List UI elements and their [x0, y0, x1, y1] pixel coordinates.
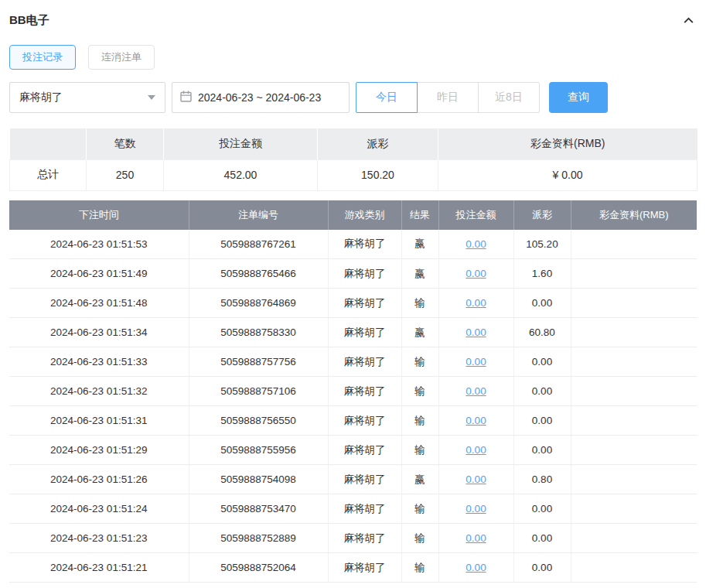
tab-betting-records[interactable]: 投注记录: [9, 45, 76, 70]
cell-result: 输: [401, 289, 438, 318]
summary-header-bet-amount: 投注金额: [164, 128, 318, 159]
panel-header: BB电子: [9, 9, 697, 31]
cell-bonus: [571, 377, 697, 406]
cell-result: 输: [401, 436, 438, 465]
cell-bet-time: 2024-06-23 01:51:26: [9, 465, 189, 494]
bet-amount-link[interactable]: 0.00: [466, 562, 486, 573]
bet-amount-link[interactable]: 0.00: [466, 238, 486, 250]
cell-bonus: [571, 289, 697, 318]
cell-bet-amount: 0.00: [438, 553, 513, 583]
cell-game-type: 麻将胡了: [328, 230, 401, 259]
cell-result: 输: [401, 553, 438, 583]
bet-amount-link[interactable]: 0.00: [466, 532, 486, 544]
table-row: 2024-06-23 01:51:32 5059888757106 麻将胡了 输…: [9, 377, 697, 406]
game-select[interactable]: 麻将胡了: [9, 82, 165, 113]
cell-bet-amount: 0.00: [438, 289, 513, 318]
cell-bet-time: 2024-06-23 01:51:32: [9, 377, 189, 406]
bet-amount-link[interactable]: 0.00: [466, 503, 486, 514]
cell-bet-time: 2024-06-23 01:51:34: [9, 318, 189, 347]
cell-bet-amount: 0.00: [438, 436, 513, 465]
cell-game-type: 麻将胡了: [328, 347, 401, 377]
cell-bet-time: 2024-06-23 01:51:29: [9, 436, 189, 465]
table-row: 2024-06-23 01:51:49 5059888765466 麻将胡了 赢…: [9, 259, 697, 289]
cell-game-type: 麻将胡了: [328, 259, 401, 289]
cell-payout: 0.00: [513, 347, 571, 377]
summary-total-row: 总计 250 452.00 150.20 ¥ 0.00: [10, 159, 697, 190]
filter-bar: 麻将胡了 2024-06-23 ~ 2024-06-23 今日 昨日 近8日 查…: [9, 82, 697, 113]
bet-amount-link[interactable]: 0.00: [466, 473, 486, 485]
cell-game-type: 麻将胡了: [328, 494, 401, 524]
bet-amount-link[interactable]: 0.00: [466, 444, 486, 456]
cell-order-id: 5059888754098: [189, 465, 328, 494]
header-order-id: 注单编号: [189, 200, 328, 230]
cell-bet-amount: 0.00: [438, 524, 513, 553]
cell-game-type: 麻将胡了: [328, 289, 401, 318]
quick-btn-last-8-days[interactable]: 近8日: [478, 82, 540, 113]
cell-bet-amount: 0.00: [438, 259, 513, 289]
summary-header-bonus: 彩金资料(RMB): [438, 128, 697, 159]
date-range-input[interactable]: 2024-06-23 ~ 2024-06-23: [172, 82, 350, 113]
cell-payout: 0.00: [513, 377, 571, 406]
table-row: 2024-06-23 01:51:34 5059888758330 麻将胡了 赢…: [9, 318, 697, 347]
cell-bet-amount: 0.00: [438, 465, 513, 494]
page-title: BB电子: [9, 13, 49, 28]
cell-bet-amount: 0.00: [438, 347, 513, 377]
cell-order-id: 5059888755956: [189, 436, 328, 465]
cell-bonus: [571, 318, 697, 347]
table-row: 2024-06-23 01:51:24 5059888753470 麻将胡了 输…: [9, 494, 697, 524]
cell-bet-amount: 0.00: [438, 406, 513, 436]
cell-payout: 0.00: [513, 494, 571, 524]
cell-result: 输: [401, 494, 438, 524]
table-row: 2024-06-23 01:51:53 5059888767261 麻将胡了 赢…: [9, 230, 697, 259]
collapse-panel-button[interactable]: [680, 12, 697, 29]
cell-order-id: 5059888758330: [189, 318, 328, 347]
table-row: 2024-06-23 01:51:26 5059888754098 麻将胡了 赢…: [9, 465, 697, 494]
header-result: 结果: [401, 200, 438, 230]
betting-records-panel: BB电子 投注记录 连消注单 麻将胡了 2024-06-23 ~ 2024-06…: [0, 0, 706, 583]
cell-bet-amount: 0.00: [438, 377, 513, 406]
records-header-row: 下注时间 注单编号 游戏类别 结果 投注金额 派彩 彩金资料(RMB): [9, 200, 697, 230]
header-bet-time: 下注时间: [9, 200, 189, 230]
cell-game-type: 麻将胡了: [328, 465, 401, 494]
table-row: 2024-06-23 01:51:23 5059888752889 麻将胡了 输…: [9, 524, 697, 553]
header-game-type: 游戏类别: [328, 200, 401, 230]
summary-header-row: 笔数 投注金额 派彩 彩金资料(RMB): [10, 128, 697, 159]
cell-order-id: 5059888756550: [189, 406, 328, 436]
cell-bet-time: 2024-06-23 01:51:24: [9, 494, 189, 524]
cell-result: 赢: [401, 230, 438, 259]
cell-order-id: 5059888752064: [189, 553, 328, 583]
header-bet-amount: 投注金额: [438, 200, 513, 230]
cell-payout: 0.00: [513, 524, 571, 553]
cell-order-id: 5059888767261: [189, 230, 328, 259]
tab-cancelled-orders[interactable]: 连消注单: [88, 45, 155, 70]
bet-amount-link[interactable]: 0.00: [466, 385, 486, 397]
cell-bonus: [571, 347, 697, 377]
cell-game-type: 麻将胡了: [328, 377, 401, 406]
bet-amount-link[interactable]: 0.00: [466, 268, 486, 279]
cell-order-id: 5059888753470: [189, 494, 328, 524]
calendar-icon: [180, 91, 192, 104]
cell-order-id: 5059888765466: [189, 259, 328, 289]
quick-btn-today[interactable]: 今日: [356, 82, 418, 113]
cell-bonus: [571, 436, 697, 465]
bet-amount-link[interactable]: 0.00: [466, 356, 486, 368]
quick-btn-yesterday[interactable]: 昨日: [417, 82, 479, 113]
cell-payout: 0.00: [513, 406, 571, 436]
cell-bet-time: 2024-06-23 01:51:23: [9, 524, 189, 553]
bet-amount-link[interactable]: 0.00: [466, 297, 486, 309]
cell-payout: 0.00: [513, 436, 571, 465]
cell-order-id: 5059888752889: [189, 524, 328, 553]
cell-bonus: [571, 553, 697, 583]
cell-bonus: [571, 465, 697, 494]
cell-game-type: 麻将胡了: [328, 524, 401, 553]
cell-payout: 0.00: [513, 553, 571, 583]
bet-amount-link[interactable]: 0.00: [466, 326, 486, 338]
cell-bonus: [571, 524, 697, 553]
cell-result: 赢: [401, 465, 438, 494]
date-range-value: 2024-06-23 ~ 2024-06-23: [198, 91, 321, 104]
bet-amount-link[interactable]: 0.00: [466, 415, 486, 426]
search-button[interactable]: 查询: [549, 82, 608, 113]
cell-bet-time: 2024-06-23 01:51:33: [9, 347, 189, 377]
cell-result: 赢: [401, 318, 438, 347]
table-row: 2024-06-23 01:51:29 5059888755956 麻将胡了 输…: [9, 436, 697, 465]
